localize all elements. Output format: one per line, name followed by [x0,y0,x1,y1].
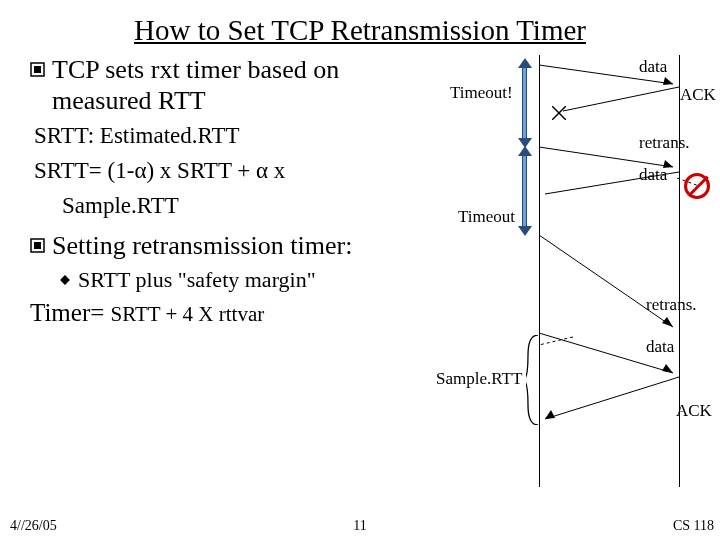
arrow-down-icon [518,226,532,236]
bullet-tcp-sets: TCP sets rxt timer based on measured RTT [30,55,440,116]
svg-rect-4 [60,275,70,285]
svg-line-22 [539,337,573,345]
timer-equation: Timer= SRTT + 4 X rttvar [30,299,440,327]
bullet-setting-timer: Setting retransmission timer: [30,231,440,262]
svg-marker-19 [662,317,673,327]
svg-marker-5 [518,58,532,68]
arrow-data-3-origin [539,335,573,349]
bullet-text: Setting retransmission timer: [52,231,352,262]
arrow-up-icon [518,58,532,68]
svg-marker-10 [663,77,673,85]
svg-marker-7 [518,146,532,156]
label-retrans-2: retrans. [646,295,697,315]
label-sample-rtt: Sample.RTT [436,369,522,389]
timer-bar-2 [522,153,527,229]
bullet-text: TCP sets rxt timer based on measured RTT [52,55,440,116]
srtt-def-1: SRTT: Estimated.RTT [34,122,440,151]
square-bullet-icon [30,62,46,78]
no-entry-icon [684,173,710,199]
label-timeout-bang: Timeout! [450,83,513,103]
label-data-2: data [639,165,667,185]
timer-eq-body: SRTT + 4 X rttvar [111,302,265,326]
svg-rect-3 [34,242,41,249]
footer-date: 4//26/05 [10,518,57,534]
label-ack-3: ACK [676,401,712,421]
subbullet-text: SRTT plus "safety margin" [78,267,316,293]
footer: 4//26/05 11 CS 118 [0,512,720,534]
cross-icon [552,106,566,120]
brace-icon [526,335,540,425]
srtt-formula: SRTT= (1-α) x SRTT + α x [34,157,440,186]
arrow-retrans-2 [539,233,679,333]
timer-bar-1 [522,65,527,141]
svg-rect-1 [34,66,41,73]
srtt-formula-cont: Sample.RTT [34,192,440,221]
content-area: TCP sets rxt timer based on measured RTT… [0,55,720,505]
page-title: How to Set TCP Retransmission Timer [0,0,720,55]
label-ack-1: ACK [680,85,716,105]
host-b-line [679,55,680,487]
timing-diagram: Timeout! Timeout data ACK re [444,55,712,495]
label-retrans-1: retrans. [639,133,690,153]
svg-marker-8 [518,226,532,236]
label-timeout: Timeout [458,207,515,227]
subbullet-safety-margin: SRTT plus "safety margin" [58,267,440,293]
svg-marker-24 [545,410,555,419]
left-column: TCP sets rxt timer based on measured RTT… [30,55,440,327]
label-data-1: data [639,57,667,77]
footer-page: 11 [353,518,366,534]
timer-eq-prefix: Timer= [30,299,111,326]
label-data-3: data [646,337,674,357]
square-bullet-icon [30,238,46,254]
svg-line-23 [545,377,679,419]
svg-marker-21 [662,364,673,373]
footer-course: CS 118 [673,518,714,534]
diamond-bullet-icon [58,273,72,287]
arrow-up-icon [518,146,532,156]
svg-line-11 [563,87,679,111]
arrow-ack-3 [539,375,679,425]
